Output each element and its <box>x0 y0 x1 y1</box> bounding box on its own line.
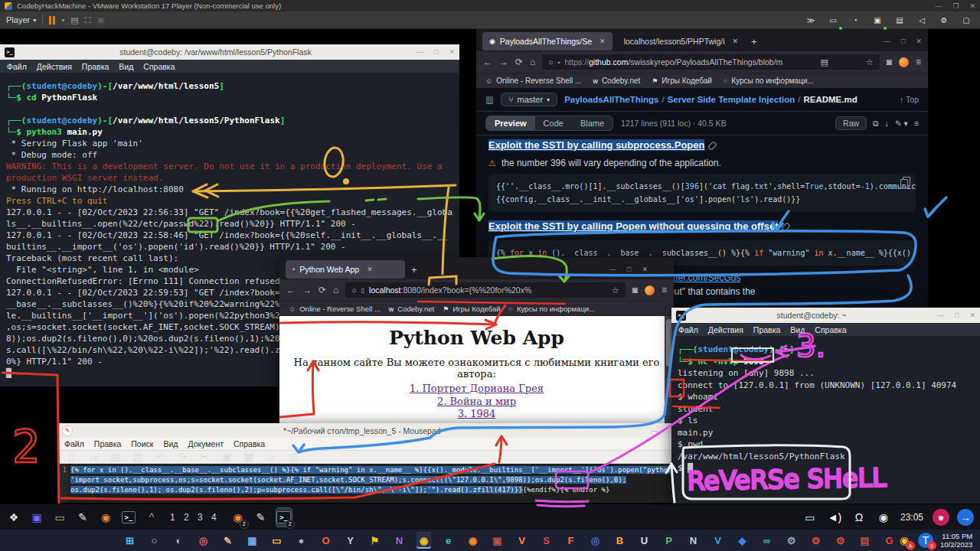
sidebar-toggle-icon[interactable]: ▥ <box>485 94 494 105</box>
forward-icon[interactable]: → <box>499 57 508 67</box>
screen-lock-icon[interactable]: ● <box>933 509 949 526</box>
unreal[interactable]: U <box>637 532 652 549</box>
mousepad-window[interactable]: ✎ *~/Рабочий стол/tmp_lesson_5 - Mousepa… <box>57 423 678 503</box>
player-menu[interactable]: Player▾ <box>6 15 36 24</box>
book-link[interactable]: 2. Война и мир <box>279 396 674 409</box>
menu-item[interactable]: Вид <box>790 325 805 334</box>
gear-app-1[interactable]: ⚙ <box>808 532 823 549</box>
carrot-app[interactable]: V <box>514 532 529 549</box>
mousepad-editor[interactable]: 1 {% for x in ().__class__.__base__.__su… <box>57 464 678 503</box>
workspace-switcher[interactable]: 1 2 3 4 <box>170 512 220 523</box>
raw-button[interactable]: Raw <box>835 116 867 130</box>
download-icon[interactable]: ↓ <box>885 119 889 128</box>
removable-device-icon[interactable]: ▢ <box>959 11 974 29</box>
close-icon[interactable]: ✕ <box>642 266 648 273</box>
calendar-app[interactable]: ▦ <box>245 532 260 549</box>
tray-telegram[interactable]: T9 <box>918 533 933 548</box>
copy-icon[interactable]: ▣ <box>219 448 234 466</box>
minimize-icon[interactable]: — <box>937 311 944 319</box>
terminal-window-listener[interactable]: >_ student@codeby: ~ — □ ✕ ФайлДействияП… <box>671 308 980 505</box>
send-ctrl-alt-del-icon[interactable]: ≫ <box>803 11 818 29</box>
window-mousepad[interactable]: ✎ <box>253 508 269 527</box>
menu-hamburger-icon[interactable]: ≡ <box>916 57 921 67</box>
bookmark-online-reverse-shell[interactable]: ☺Online - Reverse Shell ... <box>289 305 381 313</box>
print-icon[interactable]: ▤ <box>70 15 78 25</box>
bookmark-star-icon[interactable]: ☆ <box>866 57 874 67</box>
search-icon[interactable]: ○ <box>263 448 279 466</box>
sound-device-icon[interactable]: ◁ <box>914 11 929 29</box>
minimize-icon[interactable]: — <box>884 37 890 45</box>
firefox[interactable]: ◉ <box>466 532 480 549</box>
close-tab-icon[interactable]: ✕ <box>599 37 606 45</box>
s-app[interactable]: S <box>539 532 554 549</box>
tab-blame[interactable]: Blame <box>572 116 612 130</box>
menu-item[interactable]: Правка <box>82 62 109 71</box>
book-link[interactable]: 3. 1984 <box>279 408 674 421</box>
undo-icon[interactable]: ↶ <box>152 448 168 466</box>
maximize-icon[interactable]: □ <box>901 37 905 45</box>
file-manager[interactable]: ▭ <box>52 508 67 527</box>
menu-hamburger-icon[interactable]: ≡ <box>662 285 667 295</box>
tab-localhost-phptwig[interactable]: localhost/lesson5/PHPTwig/i✕ <box>617 32 745 51</box>
tool-app[interactable]: ⚙ <box>784 532 799 549</box>
home-icon[interactable]: ⌂ <box>530 57 535 67</box>
launcher-expander[interactable]: ^ <box>144 508 159 527</box>
start-button[interactable]: ⊞ <box>122 532 137 549</box>
gear-app-2[interactable]: ⚙ <box>833 532 848 549</box>
bookmark-igry-codebay[interactable]: ⚑Игры Кодебай <box>652 77 712 85</box>
hard-disk-icon[interactable]: ▤ <box>892 11 907 29</box>
vmware-minimize-icon[interactable]: — <box>935 2 942 10</box>
task-view[interactable]: ◐ <box>172 532 186 549</box>
bookmark-codeby-net[interactable]: wCodeby.net <box>389 305 434 313</box>
onenote[interactable]: N <box>392 532 407 549</box>
maps-app[interactable]: ◆ <box>735 532 750 549</box>
fullscreen-icon[interactable]: ⛶ <box>85 15 91 25</box>
menu-item[interactable]: Действия <box>708 325 743 334</box>
vmware-maximize-icon[interactable]: ❐ <box>952 2 959 10</box>
menu-item[interactable]: Справка <box>815 325 846 334</box>
file-explorer[interactable]: ▭ <box>270 532 284 549</box>
close-icon[interactable]: ✕ <box>449 48 455 56</box>
url-bar[interactable]: ○ ▪ https://github.com/swisskyrepo/Paylo… <box>542 54 879 70</box>
bookmark-star-icon[interactable]: ☆ <box>612 285 619 295</box>
terminal-titlebar[interactable]: >_ student@codeby: /var/www/html/lesson5… <box>0 44 459 60</box>
notification-bell-icon[interactable]: Ω <box>851 508 867 527</box>
open-file-icon[interactable]: ▱ <box>86 448 101 466</box>
maximize-icon[interactable]: □ <box>955 311 959 319</box>
bookmark-kursy-po-informacii[interactable]: ○Курсы по информаци... <box>508 305 595 313</box>
opera[interactable]: O <box>318 532 333 549</box>
save-icon[interactable]: ▤ <box>108 448 123 466</box>
bookmark-igry-codebay[interactable]: ⚑Игры Кодебай <box>443 305 500 313</box>
volume-icon[interactable]: ◄) <box>827 508 842 527</box>
replace-icon[interactable]: ◎ <box>286 448 301 466</box>
menu-item[interactable]: Действия <box>37 62 72 71</box>
cut-icon[interactable]: ✂ <box>197 448 212 466</box>
kali-menu[interactable]: ❖ <box>6 508 21 527</box>
books-app[interactable]: ▤ <box>858 532 872 549</box>
window-terminal[interactable]: >_2 <box>276 508 292 527</box>
pen-app[interactable]: ✎ <box>220 532 235 549</box>
power-manager-icon[interactable]: ◉ <box>876 508 891 527</box>
tab-python-web-app[interactable]: • Python Web App✕ <box>286 260 405 279</box>
flag-app[interactable]: ⚑ <box>368 532 382 549</box>
photos-app[interactable]: ▣ <box>490 532 505 549</box>
display-device-icon[interactable]: ▭ <box>825 11 841 29</box>
oval-app[interactable]: ● <box>294 532 309 549</box>
redo-icon[interactable]: ↷ <box>175 448 190 466</box>
bookmark-online-reverse-shell[interactable]: ☺Online - Reverse Shell ... <box>485 77 581 85</box>
close-tab-icon[interactable]: ✕ <box>367 266 373 273</box>
mousepad-titlebar[interactable]: ✎ *~/Рабочий стол/tmp_lesson_5 - Mousepa… <box>57 423 678 438</box>
outline-icon[interactable]: ≡ <box>914 119 919 128</box>
url-bar[interactable]: ○ ▯ localhost:8080/index?book={%%20for%2… <box>345 282 625 298</box>
network-adapter-icon[interactable]: ▣ <box>870 11 885 29</box>
edit-pencil-icon[interactable]: ✎ ▾ <box>895 119 908 128</box>
book-link[interactable]: 1. Портрет Дориана Грея <box>279 383 674 396</box>
windows-clock[interactable]: 11:05 PM 10/2/2023 <box>940 532 972 549</box>
settings-device-icon[interactable]: ⚙ <box>936 11 952 29</box>
pocket-shield-icon[interactable]: ◙ <box>887 57 892 67</box>
search[interactable]: ○ <box>147 532 162 549</box>
vm-clock[interactable]: 23:05 <box>900 512 923 523</box>
close-icon[interactable]: ✕ <box>916 37 922 45</box>
text-editor[interactable]: ✎ <box>75 508 90 527</box>
minimize-icon[interactable]: — <box>609 266 616 273</box>
